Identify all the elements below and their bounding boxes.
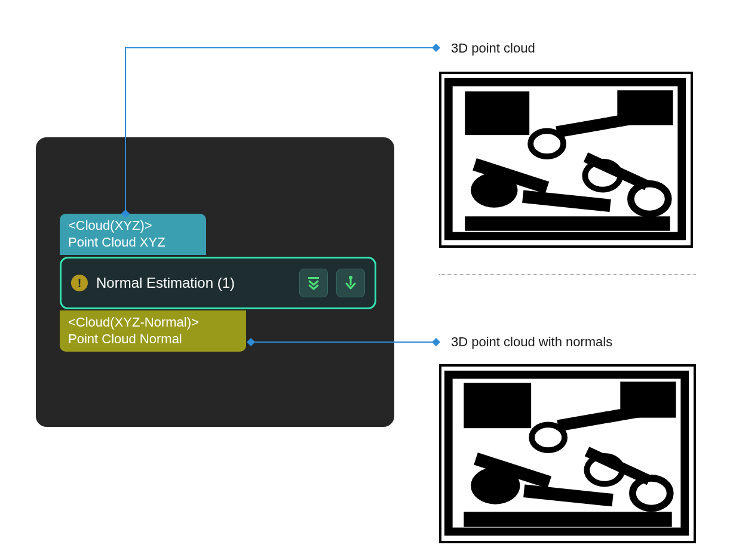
download-icon xyxy=(342,275,359,291)
input-port-label: Point Cloud XYZ xyxy=(68,234,198,251)
output-preview-image xyxy=(439,364,696,543)
normal-estimation-node[interactable]: ! Normal Estimation (1) xyxy=(60,257,376,309)
preview-divider xyxy=(439,274,696,275)
warning-icon: ! xyxy=(71,275,88,291)
expand-button[interactable] xyxy=(299,269,328,297)
input-port[interactable]: <Cloud(XYZ)> Point Cloud XYZ xyxy=(60,214,206,255)
output-preview-label: 3D point cloud with normals xyxy=(451,334,612,350)
svg-point-1 xyxy=(349,276,352,279)
expand-down-icon xyxy=(305,275,322,291)
svg-rect-7 xyxy=(432,338,440,346)
download-button[interactable] xyxy=(336,269,365,297)
svg-rect-10 xyxy=(465,91,529,135)
svg-rect-33 xyxy=(464,512,671,527)
svg-rect-0 xyxy=(308,277,319,279)
input-preview-image xyxy=(439,72,693,248)
output-port[interactable]: <Cloud(XYZ-Normal)> Point Cloud Normal xyxy=(60,310,246,352)
svg-rect-4 xyxy=(432,44,440,52)
output-port-type: <Cloud(XYZ-Normal)> xyxy=(68,314,238,331)
input-preview-label: 3D point cloud xyxy=(451,41,535,56)
output-port-label: Point Cloud Normal xyxy=(68,331,238,347)
node-title: Normal Estimation (1) xyxy=(96,275,291,291)
input-port-type: <Cloud(XYZ)> xyxy=(68,217,198,234)
svg-rect-20 xyxy=(465,216,670,230)
svg-rect-23 xyxy=(464,383,531,428)
